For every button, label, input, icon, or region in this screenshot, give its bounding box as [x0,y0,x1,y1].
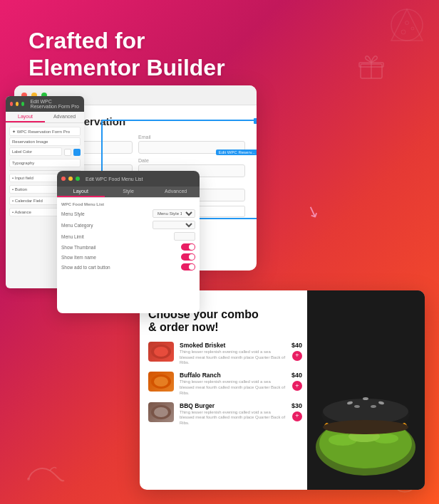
brisket-desc: Thing lesser replenish evening called vo… [180,350,286,366]
svg-point-25 [363,397,368,400]
svg-point-2 [411,27,414,30]
hero-title: Crafted for Elementor Builder [29,27,225,82]
bbq-info: BBQ Burger Thing lesser replenish evenin… [180,402,286,426]
bbq-add-btn[interactable]: + [292,411,302,421]
bbq-desc: Thing lesser replenish evening called vo… [180,410,286,426]
tab-advanced[interactable]: Advanced [45,112,84,122]
wpc-label-category: Menu Category [61,223,150,228]
wpc-label-itemname: Show Item name [61,255,178,260]
label-date: Date [138,158,245,163]
el-item-image: Reservation Image [9,137,81,146]
wpc-select-style[interactable]: Menu Style 1 [153,209,195,218]
buffalo-desc: Thing lesser replenish evening called vo… [180,379,286,396]
wpc-tabs: Layout Style Advanced [57,187,200,198]
svg-point-10 [154,347,168,357]
menu-item-buffalo: Buffalo Ranch Thing lesser replenish eve… [148,372,302,396]
wpc-header: Edit WPC Food Menu List [57,171,200,187]
buffalo-name: Buffalo Ranch [180,372,286,379]
wpc-row-limit: Menu Limit [61,232,195,241]
elementor-tabs: Layout Advanced [6,112,84,123]
maximize-dot [21,102,24,106]
el-section-main: ✦ WPC Reservation Form Pro Reservation I… [9,127,81,167]
wpc-label-style: Menu Style [61,211,150,216]
wpc-toggle-thumbnail[interactable] [181,243,195,251]
wpc-label-limit: Menu Limit [61,234,171,239]
svg-point-1 [401,30,406,34]
label-email: Email [138,135,245,140]
arrow-decoration: ↘ [304,201,322,224]
wpc-row-cart: Show add to cart button [61,263,195,271]
wpc-body: WPC Food Menu List Menu Style Menu Style… [57,198,200,278]
buffalo-price: $40 [291,372,302,379]
menu-left: MENU Choose your combo & order now! Smok… [140,290,311,490]
wpc-row-category: Menu Category [61,221,195,229]
buffalo-info: Buffalo Ranch Thing lesser replenish eve… [180,372,286,396]
field-email: Email [138,135,245,154]
el-item-color[interactable]: Label Color [9,147,62,156]
pizza-icon [389,7,425,43]
wpc-tab-style[interactable]: Style [105,187,153,197]
burger-visual [307,290,425,490]
brisket-add-btn[interactable]: + [292,351,302,361]
svg-point-29 [323,420,408,434]
svg-point-12 [154,377,168,387]
wpc-title: Edit WPC Food Menu List [86,177,143,182]
wpc-label-thumbnail: Show Thumbnail [61,245,178,250]
selection-handle [254,118,257,124]
wpc-row-thumbnail: Show Thumbnail [61,243,195,251]
elementor-panel-header: Edit WPC Reservation Form Pro [6,96,84,112]
el-item-typography[interactable]: Typography [9,159,81,167]
menu-item-brisket: Smoked Brisket Thing lesser replenish ev… [148,342,302,366]
cards-area: Edit WPC Reservation Form Pro Layout Adv… [14,85,425,490]
brisket-info: Smoked Brisket Thing lesser replenish ev… [180,342,286,366]
brisket-name: Smoked Brisket [180,342,286,349]
brisket-price: $40 [291,342,302,349]
wpc-max [76,177,80,181]
bbq-name: BBQ Burger [180,402,286,409]
el-item-form[interactable]: ✦ WPC Reservation Form Pro [9,127,81,136]
wpc-toggle-itemname[interactable] [181,253,195,261]
wpc-panel: Edit WPC Food Menu List Layout Style Adv… [57,171,200,313]
svg-point-14 [154,407,168,417]
tab-layout[interactable]: Layout [6,112,45,122]
buffalo-add-btn[interactable]: + [292,381,302,391]
elementor-panel-title: Edit WPC Reservation Form Pro [30,99,80,109]
wpc-min [68,177,73,181]
input-email[interactable] [138,141,245,154]
wpc-toggle-cart[interactable] [181,263,195,271]
buffalo-image [148,372,174,392]
bbq-price: $30 [291,402,302,409]
wpc-row-itemname: Show Item name [61,253,195,261]
wpc-close [61,177,66,181]
menu-panel: MENU Choose your combo & order now! Smok… [140,290,425,490]
menu-item-bbq: BBQ Burger Thing lesser replenish evenin… [148,402,302,426]
wpc-section-title: WPC Food Menu List [61,202,195,206]
bbq-image [148,402,174,422]
wpc-tab-advanced[interactable]: Advanced [152,187,200,197]
close-dot [10,102,13,106]
brisket-image [148,342,174,362]
wpc-tab-layout[interactable]: Layout [57,187,105,197]
svg-point-3 [406,21,409,25]
gift-icon [357,53,386,82]
wpc-label-cart: Show add to cart button [61,265,178,270]
minimize-dot [16,102,19,106]
wpc-select-category[interactable] [153,221,195,229]
wpc-row-style: Menu Style Menu Style 1 [61,209,195,218]
